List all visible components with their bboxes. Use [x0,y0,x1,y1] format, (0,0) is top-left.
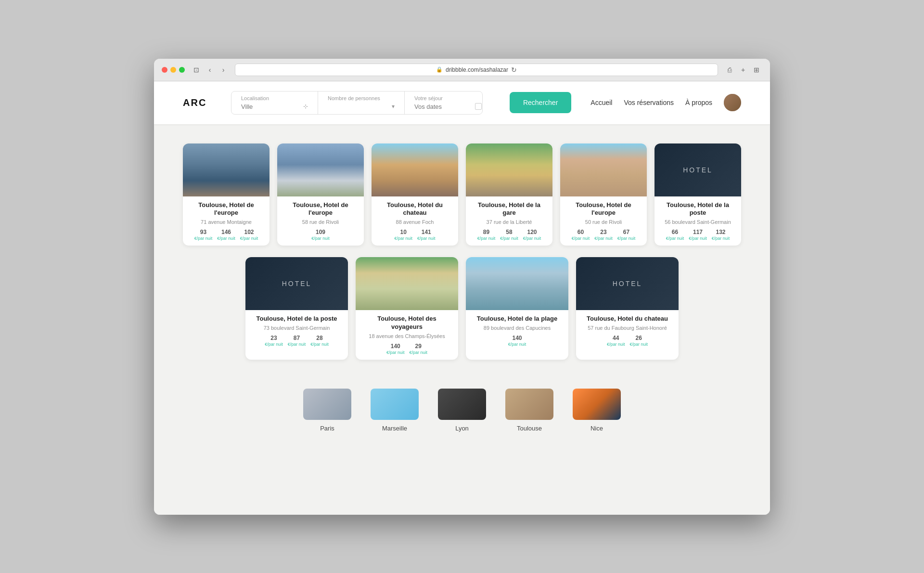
sidebar-toggle-button[interactable]: ⊡ [191,64,202,76]
price-item: 140 €/par nuit [508,335,526,347]
hotel-card[interactable]: Toulouse, Hotel de la plage89 boulevard … [466,257,568,360]
browser-controls: ⊡ ‹ › 🔒 dribbble.com/sashalazar ↻ ⎙ + ⊞ [162,64,762,76]
hotel-card[interactable]: Toulouse, Hotel de l'europe71 avenue Mon… [183,143,270,246]
city-image [573,389,621,420]
hotel-address: 57 rue du Faubourg Saint-Honoré [582,325,673,331]
hotel-card[interactable]: HOTELToulouse, Hotel de la poste73 boule… [245,257,348,360]
app-content: ARC Localisation ⊹ Nombre de personnes ▾ [154,81,770,515]
hotel-address: 73 boulevard Saint-Germain [251,325,342,331]
city-item[interactable]: Lyon [438,389,486,432]
price-item: 93 €/par nuit [194,229,213,241]
search-button[interactable]: Rechercher [510,92,571,113]
price-amount: 26 [636,335,642,341]
hotel-text-overlay: HOTEL [282,257,312,310]
avatar[interactable] [724,94,741,111]
price-label: €/par nuit [572,236,590,241]
main-content: Toulouse, Hotel de l'europe71 avenue Mon… [154,124,770,461]
localisation-icon: ⊹ [303,103,308,110]
hotel-name: Toulouse, Hotel du chateau [377,201,452,218]
hotel-card[interactable]: HOTELToulouse, Hotel de la poste56 boule… [654,143,741,246]
price-item: 10 €/par nuit [394,229,412,241]
price-label: €/par nuit [265,342,283,347]
city-image [371,389,419,420]
maximize-button[interactable] [179,67,185,73]
city-item[interactable]: Nice [573,389,621,432]
hotel-address: 50 rue de Rivoli [566,219,641,225]
price-amount: 87 [294,335,300,341]
chevron-down-icon: ▾ [392,103,395,110]
hotel-card[interactable]: Toulouse, Hotel de l'europe50 rue de Riv… [560,143,647,246]
back-button[interactable]: ‹ [204,64,216,76]
personnes-field[interactable]: Nombre de personnes ▾ [318,91,405,114]
hotel-image [356,257,458,310]
price-label: €/par nuit [712,236,730,241]
price-item: 66 €/par nuit [666,229,684,241]
nav-links: Accueil Vos réservations À propos [590,94,741,111]
price-item: 146 €/par nuit [217,229,235,241]
hotel-name: Toulouse, Hotel de la poste [251,315,342,323]
hotel-card[interactable]: Toulouse, Hotel des voyageurs18 avenue d… [356,257,458,360]
price-amount: 117 [693,229,703,235]
localisation-input[interactable] [241,103,299,110]
share-button[interactable]: ⎙ [724,64,735,76]
price-item: 117 €/par nuit [689,229,707,241]
price-item: 29 €/par nuit [410,343,428,355]
price-amount: 89 [483,229,489,235]
hotel-card[interactable]: Toulouse, Hotel de la gare37 rue de la L… [466,143,552,246]
hotel-card[interactable]: Toulouse, Hotel de l'europe58 rue de Riv… [277,143,364,246]
price-amount: 146 [221,229,231,235]
city-image [303,389,351,420]
city-image [438,389,486,420]
price-amount: 67 [623,229,629,235]
personnes-input[interactable] [328,103,385,110]
price-item: 87 €/par nuit [288,335,306,347]
sejour-field[interactable]: Votre séjour [405,91,483,114]
hotel-card[interactable]: Toulouse, Hotel du chateau88 avenue Foch… [372,143,458,246]
hotel-name: Toulouse, Hotel de l'europe [283,201,358,218]
date-checkbox[interactable] [475,103,482,110]
sejour-label: Votre séjour [414,95,482,101]
hotel-image: HOTEL [245,257,348,310]
hotel-name: Toulouse, Hotel de l'europe [566,201,641,218]
price-item: 89 €/par nuit [477,229,496,241]
price-item: 132 €/par nuit [712,229,730,241]
price-item: 67 €/par nuit [617,229,636,241]
nav-accueil[interactable]: Accueil [590,99,612,106]
nav-reservations[interactable]: Vos réservations [624,99,674,106]
price-amount: 141 [422,229,431,235]
security-icon: 🔒 [436,66,443,73]
new-tab-button[interactable]: + [737,64,749,76]
hotel-address: 58 rue de Rivoli [283,219,358,225]
sejour-input[interactable] [414,103,471,110]
city-item[interactable]: Paris [303,389,351,432]
price-label: €/par nuit [194,236,213,241]
price-item: 140 €/par nuit [386,343,405,355]
minimize-button[interactable] [170,67,176,73]
price-item: 120 €/par nuit [523,229,541,241]
price-label: €/par nuit [386,350,405,355]
city-item[interactable]: Marseille [371,389,419,432]
hotel-address: 89 boulevard des Capucines [472,325,563,331]
city-thumbnail [371,389,419,420]
hotel-address: 56 boulevard Saint-Germain [660,219,735,225]
city-item[interactable]: Toulouse [505,389,553,432]
forward-button[interactable]: › [218,64,229,76]
price-amount: 23 [270,335,277,341]
city-name: Lyon [455,425,469,432]
price-amount: 29 [415,343,422,350]
city-image [505,389,553,420]
price-label: €/par nuit [523,236,541,241]
price-amount: 140 [391,343,400,350]
nav-apropos[interactable]: À propos [685,99,712,106]
hotel-card[interactable]: HOTELToulouse, Hotel du chateau57 rue du… [576,257,679,360]
price-amount: 132 [716,229,726,235]
extensions-button[interactable]: ⊞ [751,64,762,76]
close-button[interactable] [162,67,167,73]
browser-chrome: ⊡ ‹ › 🔒 dribbble.com/sashalazar ↻ ⎙ + ⊞ [154,59,770,81]
hotel-grid-row1: Toulouse, Hotel de l'europe71 avenue Mon… [183,143,741,246]
localisation-field[interactable]: Localisation ⊹ [231,91,318,114]
address-bar[interactable]: 🔒 dribbble.com/sashalazar ↻ [235,64,718,76]
price-label: €/par nuit [630,342,648,347]
price-item: 58 €/par nuit [500,229,518,241]
avatar-image [724,94,741,111]
